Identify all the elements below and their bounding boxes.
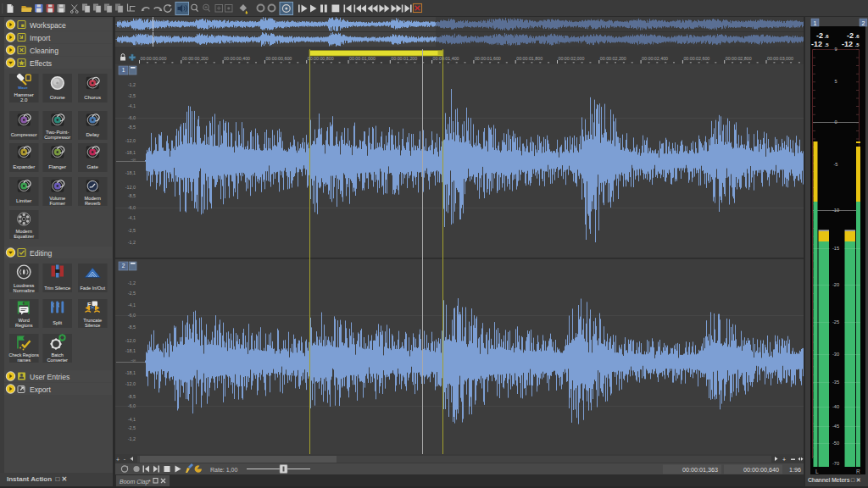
svg-text:00:00:01,363: 00:00:01,363 <box>682 466 718 474</box>
svg-text:.6: .6 <box>825 34 830 39</box>
svg-text:Regions: Regions <box>15 323 33 328</box>
svg-text:-70: -70 <box>832 461 839 466</box>
svg-text:Normalize: Normalize <box>14 288 35 293</box>
svg-text:1:96: 1:96 <box>789 466 801 474</box>
svg-text:Word: Word <box>19 318 30 323</box>
svg-text:-12,0: -12,0 <box>125 381 136 386</box>
svg-text:2: 2 <box>862 20 865 26</box>
svg-text:Fade In/Out: Fade In/Out <box>80 286 105 291</box>
svg-text:-8,5: -8,5 <box>128 394 136 399</box>
svg-text:-18,1: -18,1 <box>125 170 136 175</box>
svg-text:00:00:01,000: 00:00:01,000 <box>349 56 376 61</box>
svg-text:names: names <box>17 358 31 363</box>
svg-text:Effects: Effects <box>30 59 52 68</box>
svg-text:00:00:01,400: 00:00:01,400 <box>433 56 459 61</box>
svg-text:-4,1: -4,1 <box>128 417 136 422</box>
svg-text:-1,2: -1,2 <box>128 240 136 245</box>
svg-text:-6,0: -6,0 <box>128 403 136 408</box>
svg-text:Truncate: Truncate <box>83 318 102 323</box>
svg-text:Export: Export <box>30 385 51 394</box>
svg-text:Expander: Expander <box>13 164 35 169</box>
svg-text:Former: Former <box>50 201 65 206</box>
svg-text:-2,5: -2,5 <box>128 228 136 233</box>
svg-text:-5: -5 <box>834 162 838 167</box>
svg-text:-12,0: -12,0 <box>125 138 136 143</box>
svg-text:Workspace: Workspace <box>30 21 66 30</box>
svg-text:Gate: Gate <box>87 164 99 169</box>
svg-text:00:00:02,000: 00:00:02,000 <box>559 56 585 61</box>
svg-text:Modern: Modern <box>16 229 32 234</box>
svg-text:-20: -20 <box>832 282 839 287</box>
svg-text:*: * <box>148 479 151 485</box>
svg-text:00:00:01,800: 00:00:01,800 <box>516 56 542 61</box>
svg-text:.6: .6 <box>855 34 860 39</box>
svg-text:-45: -45 <box>832 424 839 429</box>
svg-text:-6,0: -6,0 <box>128 205 136 210</box>
svg-text:Batch: Batch <box>52 352 64 358</box>
svg-text:Trim Silence: Trim Silence <box>44 286 70 291</box>
svg-text:00:00:00,640: 00:00:00,640 <box>743 466 779 474</box>
svg-text:-2,5: -2,5 <box>128 425 136 430</box>
svg-text:-4,1: -4,1 <box>128 215 136 220</box>
svg-text:-4,1: -4,1 <box>128 103 136 108</box>
svg-text:-12: -12 <box>842 40 853 48</box>
svg-text:00:00:02,400: 00:00:02,400 <box>642 56 668 61</box>
svg-text:Loudness: Loudness <box>14 283 34 288</box>
svg-text:-18,1: -18,1 <box>125 370 136 375</box>
svg-text:-8,5: -8,5 <box>128 324 136 330</box>
svg-text:-1,2: -1,2 <box>128 436 136 441</box>
svg-text:-2: -2 <box>847 31 854 40</box>
svg-text:.5: .5 <box>825 42 830 47</box>
svg-text:-10: -10 <box>832 208 839 213</box>
svg-text:-6,0: -6,0 <box>128 115 136 120</box>
svg-text:Flanger: Flanger <box>48 164 66 169</box>
svg-text:Ozone: Ozone <box>50 94 66 100</box>
svg-text:Boom Clap: Boom Clap <box>120 479 149 485</box>
svg-text:1: 1 <box>122 67 125 73</box>
svg-text:00:00:03,000: 00:00:03,000 <box>767 56 793 61</box>
svg-text:-8,5: -8,5 <box>128 193 136 198</box>
svg-text:1: 1 <box>814 20 817 26</box>
svg-text:00:00:00,600: 00:00:00,600 <box>265 56 292 61</box>
svg-text:-∞: -∞ <box>131 358 136 363</box>
svg-text:Converter: Converter <box>47 358 68 363</box>
svg-text:-40: -40 <box>832 404 839 409</box>
svg-text:9: 9 <box>834 47 837 52</box>
svg-text:Silence: Silence <box>85 323 100 328</box>
svg-text:Compressor: Compressor <box>44 135 70 140</box>
svg-text:-2,5: -2,5 <box>128 93 136 98</box>
svg-text:Editing: Editing <box>30 249 52 258</box>
svg-text:-2,5: -2,5 <box>128 291 136 296</box>
svg-text:-6,0: -6,0 <box>128 313 136 318</box>
svg-text:Reverb: Reverb <box>85 201 100 206</box>
svg-text:-2: -2 <box>816 31 823 40</box>
svg-text:00:00:00,800: 00:00:00,800 <box>308 56 334 61</box>
svg-text:5: 5 <box>834 79 837 84</box>
svg-text:00:00:01,600: 00:00:01,600 <box>475 56 501 61</box>
svg-text:+: + <box>116 457 120 463</box>
svg-text:-1,2: -1,2 <box>128 280 136 286</box>
svg-text:-50: -50 <box>832 441 839 446</box>
svg-text:Limiter: Limiter <box>16 197 31 203</box>
svg-text:Compressor: Compressor <box>11 132 37 137</box>
svg-text:-35: -35 <box>832 380 839 385</box>
svg-text:00:00:02,800: 00:00:02,800 <box>726 56 752 61</box>
svg-text:00:00:00,000: 00:00:00,000 <box>141 56 167 61</box>
svg-text:Split: Split <box>53 320 62 325</box>
svg-text:Two-Point-: Two-Point- <box>46 130 69 135</box>
svg-text:2: 2 <box>122 263 125 269</box>
svg-text:-15: -15 <box>832 246 839 251</box>
svg-text:0: 0 <box>834 119 837 125</box>
svg-text:00:00:01,200: 00:00:01,200 <box>391 56 417 61</box>
svg-text:00:00:02,600: 00:00:02,600 <box>683 56 709 61</box>
svg-text:Check Regions: Check Regions <box>9 352 40 358</box>
svg-text:Volume: Volume <box>49 196 65 201</box>
svg-text:Equalizer: Equalizer <box>14 234 34 239</box>
svg-text:00:00:02,200: 00:00:02,200 <box>600 56 626 61</box>
svg-text:-4,1: -4,1 <box>128 302 136 308</box>
svg-text:-∞: -∞ <box>131 157 136 162</box>
svg-text:R: R <box>856 469 860 474</box>
svg-text:User Entries: User Entries <box>30 373 70 381</box>
svg-text:00:00:00,200: 00:00:00,200 <box>182 56 209 61</box>
svg-text:-1,2: -1,2 <box>128 82 136 87</box>
